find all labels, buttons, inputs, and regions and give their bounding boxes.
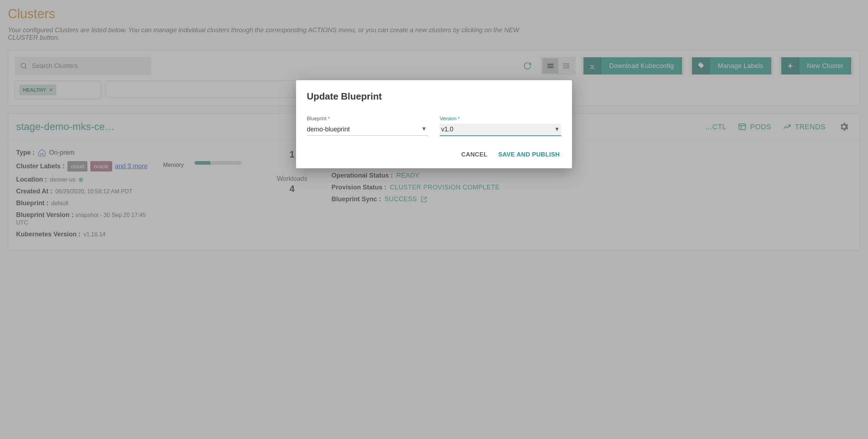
- blueprint-field-label: Blueprint *: [307, 116, 428, 121]
- save-publish-button[interactable]: SAVE AND PUBLISH: [497, 148, 561, 161]
- modal-overlay[interactable]: Update Blueprint Blueprint * demo-bluepr…: [0, 0, 868, 257]
- version-field-label: Version *: [440, 116, 561, 121]
- version-select[interactable]: v1.0: [440, 124, 561, 136]
- blueprint-select[interactable]: demo-blueprint: [307, 124, 428, 136]
- cancel-button[interactable]: CANCEL: [460, 148, 489, 161]
- update-blueprint-modal: Update Blueprint Blueprint * demo-bluepr…: [296, 80, 572, 168]
- modal-title: Update Blueprint: [307, 91, 561, 102]
